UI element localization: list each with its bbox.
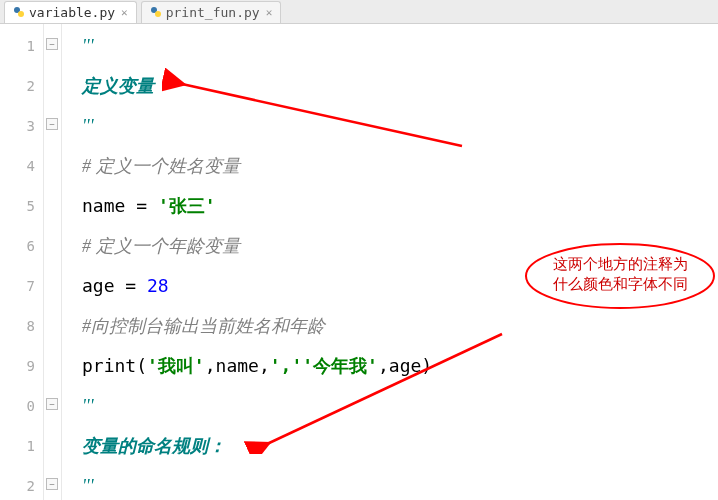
- fold-column: − − − −: [44, 24, 62, 500]
- string-literal: '张三': [158, 195, 216, 216]
- operator: =: [115, 275, 148, 296]
- line-number: 2: [0, 66, 43, 106]
- fold-toggle-icon[interactable]: −: [46, 118, 58, 130]
- operator: =: [125, 195, 158, 216]
- line-number: 7: [0, 266, 43, 306]
- fold-toggle-icon[interactable]: −: [46, 478, 58, 490]
- docstring-quote: ''': [82, 116, 94, 136]
- identifier: name: [82, 195, 125, 216]
- fold-toggle-icon[interactable]: −: [46, 38, 58, 50]
- line-number: 5: [0, 186, 43, 226]
- svg-point-1: [18, 11, 24, 17]
- docstring-text: 变量的命名规则：: [82, 436, 226, 456]
- close-icon[interactable]: ✕: [266, 6, 273, 19]
- paren: ): [421, 355, 432, 376]
- comma: ,: [378, 355, 389, 376]
- line-number: 1: [0, 26, 43, 66]
- comment: # 定义一个年龄变量: [82, 236, 240, 256]
- python-file-icon: [150, 6, 162, 18]
- line-number: 1: [0, 426, 43, 466]
- identifier: age: [389, 355, 422, 376]
- annotation-text: 什么颜色和字体不同: [530, 274, 710, 294]
- identifier: name: [216, 355, 259, 376]
- code-line[interactable]: name = '张三': [82, 186, 718, 226]
- code-line[interactable]: ''': [82, 26, 718, 66]
- tab-print-fun-py[interactable]: print_fun.py ✕: [141, 1, 282, 23]
- code-line[interactable]: #向控制台输出当前姓名和年龄: [82, 306, 718, 346]
- comma: ,: [205, 355, 216, 376]
- line-number: 3: [0, 106, 43, 146]
- python-file-icon: [13, 6, 25, 18]
- number-literal: 28: [147, 275, 169, 296]
- line-number: 8: [0, 306, 43, 346]
- comment: #向控制台输出当前姓名和年龄: [82, 316, 325, 336]
- comma: ,: [259, 355, 270, 376]
- identifier: age: [82, 275, 115, 296]
- tab-bar: variable.py ✕ print_fun.py ✕: [0, 0, 718, 24]
- docstring-quote: ''': [82, 476, 94, 496]
- code-line[interactable]: print('我叫',name,',''今年我',age): [82, 346, 718, 386]
- line-number: 9: [0, 346, 43, 386]
- annotation-callout: 这两个地方的注释为 什么颜色和字体不同: [530, 244, 710, 304]
- docstring-quote: ''': [82, 36, 94, 56]
- tab-label: variable.py: [29, 5, 115, 20]
- docstring-quote: ''': [82, 396, 94, 416]
- line-number: 2: [0, 466, 43, 500]
- docstring-text: 定义变量: [82, 76, 154, 96]
- code-line[interactable]: 变量的命名规则：: [82, 426, 718, 466]
- paren: (: [136, 355, 147, 376]
- line-number-gutter: 1 2 3 4 5 6 7 8 9 0 1 2: [0, 24, 44, 500]
- line-number: 0: [0, 386, 43, 426]
- line-number: 4: [0, 146, 43, 186]
- annotation-text: 这两个地方的注释为: [530, 254, 710, 274]
- code-line[interactable]: 定义变量: [82, 66, 718, 106]
- svg-point-3: [155, 11, 161, 17]
- fold-toggle-icon[interactable]: −: [46, 398, 58, 410]
- line-number: 6: [0, 226, 43, 266]
- string-literal: ',': [270, 355, 303, 376]
- close-icon[interactable]: ✕: [121, 6, 128, 19]
- code-line[interactable]: # 定义一个姓名变量: [82, 146, 718, 186]
- code-line[interactable]: ''': [82, 466, 718, 500]
- tab-variable-py[interactable]: variable.py ✕: [4, 1, 137, 23]
- function-call: print: [82, 355, 136, 376]
- tab-label: print_fun.py: [166, 5, 260, 20]
- code-line[interactable]: ''': [82, 386, 718, 426]
- code-line[interactable]: ''': [82, 106, 718, 146]
- string-literal: '我叫': [147, 355, 205, 376]
- string-literal: '今年我': [302, 355, 378, 376]
- comment: # 定义一个姓名变量: [82, 156, 240, 176]
